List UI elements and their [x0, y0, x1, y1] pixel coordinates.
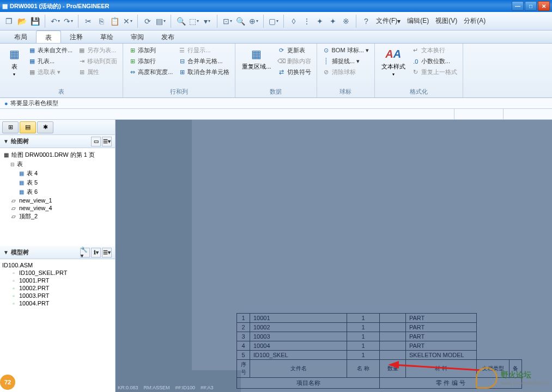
- tree-view-item: ▱顶部_2: [2, 212, 113, 221]
- drawing-tree[interactable]: ▦绘图 DRW0001.DRW 的第 1 页 ⊟表 ▦表 4 ▦表 5 ▦表 6…: [0, 148, 115, 246]
- hole-table-button[interactable]: ▦孔表...: [26, 56, 75, 66]
- sidebar-tab-new[interactable]: ✱: [37, 121, 53, 133]
- switch-icon: ⇄: [278, 69, 286, 76]
- status-bar: KR:0.083 RM:ASSEM ##:ID100 ##:A3: [116, 383, 235, 392]
- model-tree[interactable]: ID100.ASM ▫ID100_SKEL.PRT ▫10001.PRT ▫10…: [0, 259, 115, 392]
- save-icon[interactable]: 💾: [29, 16, 40, 27]
- group-data-title: 数据: [239, 87, 313, 96]
- tab-publish[interactable]: 发布: [153, 30, 183, 43]
- tab-table[interactable]: 表: [36, 30, 61, 43]
- delete-icon[interactable]: ✕: [122, 16, 133, 27]
- quick-toolbar: ❐ 📂 💾 ↶ ↷ ✂ ⎘ 📋 ✕ ⟳ ▤ 🔍 ⬚ ▾ ⊡ 🔍 ⊕ ▢ ◊ ⋮ …: [0, 12, 552, 30]
- select-table-button[interactable]: ▦选取表▾: [26, 67, 75, 77]
- zoom-in-icon[interactable]: 🔍: [235, 16, 246, 27]
- model-item: ▫10004.PRT: [2, 299, 113, 307]
- new-icon[interactable]: ❐: [3, 16, 14, 27]
- tab-annotate[interactable]: 注释: [61, 30, 92, 43]
- help-icon[interactable]: ?: [361, 16, 372, 27]
- datum-axis-icon[interactable]: ⋮: [301, 16, 312, 27]
- datum-csys-icon[interactable]: ✦: [327, 16, 338, 27]
- zoom-icon[interactable]: ⊕: [248, 16, 259, 27]
- unmerge-icon: ⊞: [178, 69, 186, 76]
- save-as-table-button[interactable]: ▦另存为表...: [76, 45, 119, 56]
- maximize-button[interactable]: □: [525, 1, 537, 11]
- delete-content-button[interactable]: ⌫删除内容: [276, 56, 313, 66]
- copy-icon[interactable]: ⎘: [96, 16, 107, 27]
- bom-balloon-button[interactable]: ⊙BOM 球标...▾: [320, 45, 371, 56]
- close-button[interactable]: ✕: [538, 1, 550, 11]
- tree-view-item: ▱new_view_4: [2, 204, 113, 212]
- layers-icon[interactable]: ▤: [155, 16, 166, 27]
- menu-file[interactable]: 文件(F)▾: [374, 15, 403, 27]
- merge-button[interactable]: ⊟合并单元格...: [176, 56, 232, 66]
- repeat-region-button[interactable]: ▦重复区域...: [239, 45, 274, 87]
- hw-button[interactable]: ⇔高度和宽度...: [126, 67, 175, 77]
- table-button[interactable]: ▦表▾: [3, 45, 25, 87]
- add-row-button[interactable]: ⊞添加行: [126, 56, 175, 66]
- tree-tables: ⊟表: [2, 160, 113, 169]
- model-item: ▫10003.PRT: [2, 292, 113, 299]
- dropdown-1[interactable]: [454, 109, 503, 119]
- minimize-button[interactable]: —: [512, 1, 524, 11]
- snap-line-button[interactable]: ┊捕捉线...▾: [320, 56, 371, 66]
- row-display-button[interactable]: ☰行显示...: [176, 45, 232, 56]
- dropdown-2[interactable]: [503, 109, 552, 119]
- text-style-button[interactable]: AA文本样式▾: [378, 45, 409, 87]
- sidebar-tabs: ⊞ ▤ ✱: [0, 120, 115, 135]
- datum-point-icon[interactable]: ✦: [314, 16, 325, 27]
- clear-balloon-button[interactable]: ⊘清除球标: [320, 67, 371, 77]
- table-from-file-button[interactable]: ▦表来自文件...: [26, 45, 75, 56]
- chevron-down-icon[interactable]: ▼: [3, 249, 9, 255]
- cut-icon[interactable]: ✂: [83, 16, 94, 27]
- open-icon[interactable]: 📂: [16, 16, 27, 27]
- properties-button[interactable]: ⊞属性: [76, 67, 119, 77]
- chevron-down-icon[interactable]: ▼: [3, 138, 9, 144]
- update-icon: ⟳: [278, 47, 286, 54]
- tab-sketch[interactable]: 草绘: [92, 30, 122, 43]
- mtree-tool-3[interactable]: ☰▾: [102, 248, 112, 258]
- regenerate-icon[interactable]: ⟳: [142, 16, 153, 27]
- sidebar: ⊞ ▤ ✱ ▼ 绘图树 ▭ ☰▾ ▦绘图 DRW0001.DRW 的第 1 页 …: [0, 120, 116, 392]
- decimals-button[interactable]: .0小数位数...: [410, 56, 459, 66]
- select-icon[interactable]: ⬚: [189, 16, 199, 27]
- save-as-icon: ▦: [78, 47, 86, 54]
- tree-view-item: ▱new_view_1: [2, 197, 113, 204]
- delete-content-icon: ⌫: [278, 58, 286, 65]
- datum-curve-icon[interactable]: ※: [341, 16, 351, 27]
- group-format-title: 格式化: [378, 87, 459, 96]
- undo-icon[interactable]: ↶: [50, 16, 60, 27]
- switch-symbol-button[interactable]: ⇄切换符号: [276, 67, 313, 77]
- wrap-button[interactable]: ↵文本换行: [410, 45, 459, 56]
- row-display-icon: ☰: [178, 47, 186, 54]
- tab-review[interactable]: 审阅: [122, 30, 153, 43]
- sidebar-tab-structure[interactable]: ⊞: [2, 121, 19, 133]
- add-col-button[interactable]: ⊞添加列: [126, 45, 175, 56]
- props-icon: ⊞: [78, 69, 86, 76]
- update-table-button[interactable]: ⟳更新表: [276, 45, 313, 56]
- menu-analysis[interactable]: 分析(A): [462, 15, 488, 27]
- repeat-format-button[interactable]: ↻重复上一格式: [410, 67, 459, 77]
- find-icon[interactable]: 🔍: [175, 16, 186, 27]
- mtree-tool-2[interactable]: ℹ▾: [91, 248, 101, 258]
- unmerge-button[interactable]: ⊞取消合并单元格: [176, 67, 232, 77]
- display-icon[interactable]: ▢: [268, 16, 279, 27]
- refit-icon[interactable]: ⊡: [222, 16, 233, 27]
- ribbon: ▦表▾ ▦表来自文件... ▦孔表... ▦选取表▾ ▦另存为表... ⇥移动到…: [0, 44, 552, 98]
- sidebar-tab-layers[interactable]: ▤: [20, 121, 36, 133]
- group-balloon-title: 球标: [320, 87, 371, 96]
- table-row: 5ID100_SKEL1SKELETON MODEL: [237, 351, 522, 360]
- mtree-tool-1[interactable]: 🔧▾: [80, 248, 90, 258]
- move-page-button[interactable]: ⇥移动到页面: [76, 56, 119, 66]
- tab-layout[interactable]: 布局: [5, 30, 36, 43]
- select-table-icon: ▦: [28, 69, 36, 76]
- tree-settings-button[interactable]: ☰▾: [102, 137, 112, 146]
- drawing-canvas[interactable]: 1100011PART 2100021PART 3100031PART 4100…: [116, 120, 552, 392]
- text-style-icon: AA: [386, 46, 401, 62]
- paste-icon[interactable]: 📋: [109, 16, 120, 27]
- redo-icon[interactable]: ↷: [63, 16, 74, 27]
- menu-edit[interactable]: 编辑(E): [405, 15, 431, 27]
- menu-view[interactable]: 视图(V): [433, 15, 459, 27]
- datum-plane-icon[interactable]: ◊: [288, 16, 299, 27]
- tree-expand-button[interactable]: ▭: [91, 137, 101, 146]
- filter-icon[interactable]: ▾: [202, 16, 213, 27]
